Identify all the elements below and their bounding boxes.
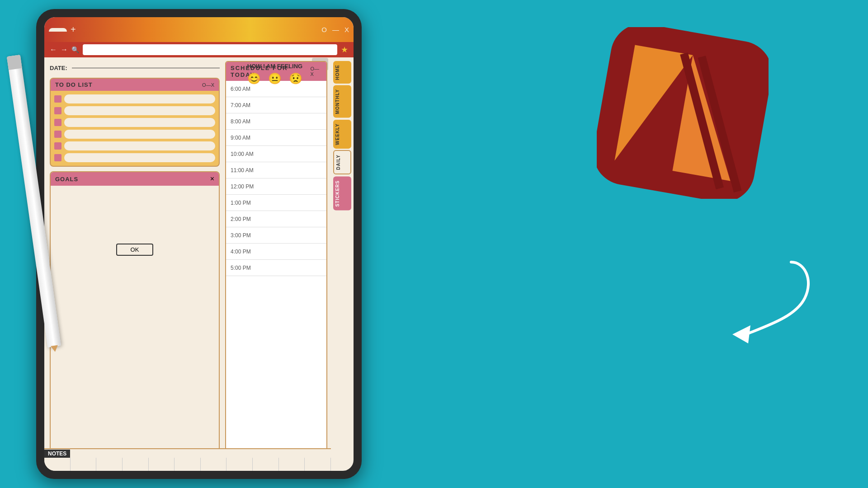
left-panel: DATE: HOW I AM FEELING 😊 😐 😟 TO DO LIST <box>44 57 225 470</box>
time-slot-500pm[interactable]: 5:00 PM <box>226 260 326 276</box>
time-label-1200pm: 12:00 PM <box>231 183 262 190</box>
goals-content[interactable] <box>51 186 219 240</box>
sidebar-weekly-button[interactable]: WEEKLY <box>333 120 351 149</box>
todo-item <box>54 130 215 139</box>
back-button[interactable]: ← <box>50 46 57 54</box>
time-label-200pm: 2:00 PM <box>231 216 262 222</box>
todo-line-4[interactable] <box>64 130 215 139</box>
time-label-600am: 6:00 AM <box>231 86 262 92</box>
sidebar-daily-button[interactable]: DAILY <box>333 150 351 174</box>
notes-label: NOTES <box>44 450 70 458</box>
close-button[interactable]: X <box>344 26 349 33</box>
time-label-500pm: 5:00 PM <box>231 265 262 271</box>
goals-widget: GOALS × OK <box>50 171 220 465</box>
time-slot-1200pm[interactable]: 12:00 PM <box>226 178 326 195</box>
todo-line-5[interactable] <box>64 141 215 150</box>
time-slot-200pm[interactable]: 2:00 PM <box>226 211 326 227</box>
schedule-panel: SCHEDULE FOR TODAY O—X 6:00 AM 7:00 AM 8… <box>225 57 331 470</box>
tablet-screen: + O — X ← → 🔍 ★ ∧ DATE: <box>44 17 354 471</box>
right-sidebar: HOME MONTHLY WEEKLY DAILY STICKERS <box>331 57 354 470</box>
sidebar-monthly-button[interactable]: MONTHLY <box>333 85 351 118</box>
feelings-title: HOW I AM FEELING <box>216 63 225 70</box>
time-label-400pm: 4:00 PM <box>231 249 262 255</box>
todo-item <box>54 118 215 127</box>
time-label-1100am: 11:00 AM <box>231 167 262 174</box>
todo-line-3[interactable] <box>64 118 215 127</box>
todo-line-6[interactable] <box>64 153 215 162</box>
time-label-1000am: 10:00 AM <box>231 151 262 157</box>
todo-line-1[interactable] <box>64 94 215 103</box>
app-icon <box>597 27 769 199</box>
todo-checkbox-2[interactable] <box>54 107 61 114</box>
todo-item <box>54 106 215 115</box>
schedule-time-slots: 6:00 AM 7:00 AM 8:00 AM 9:00 AM 10:00 AM… <box>226 81 326 276</box>
time-label-800am: 8:00 AM <box>231 118 262 125</box>
todo-checkbox-6[interactable] <box>54 154 61 161</box>
time-slot-700am[interactable]: 7:00 AM <box>226 97 326 113</box>
todo-item <box>54 141 215 150</box>
todo-line-2[interactable] <box>64 106 215 115</box>
goals-close-button[interactable]: × <box>210 175 214 183</box>
todo-item <box>54 153 215 162</box>
arrow-graphic <box>678 253 814 352</box>
todo-list <box>51 91 219 166</box>
time-slot-1000am[interactable]: 10:00 AM <box>226 146 326 162</box>
maximize-button[interactable]: — <box>332 26 339 33</box>
todo-checkbox-4[interactable] <box>54 131 61 138</box>
time-slot-900am[interactable]: 9:00 AM <box>226 130 326 146</box>
goals-header: GOALS × <box>51 172 219 186</box>
address-bar[interactable] <box>83 44 337 55</box>
goals-title: GOALS <box>55 176 78 183</box>
todo-title: TO DO LIST <box>55 81 93 88</box>
search-icon: 🔍 <box>71 46 79 53</box>
time-slot-800am[interactable]: 8:00 AM <box>226 113 326 130</box>
time-label-100pm: 1:00 PM <box>231 200 262 206</box>
time-slot-1100am[interactable]: 11:00 AM <box>226 162 326 178</box>
time-label-900am: 9:00 AM <box>231 135 262 141</box>
time-slot-400pm[interactable]: 4:00 PM <box>226 244 326 260</box>
app-icon-container <box>597 27 778 208</box>
todo-item <box>54 94 215 103</box>
todo-controls: O—X <box>202 82 214 88</box>
bookmark-icon[interactable]: ★ <box>341 45 348 55</box>
notes-section: NOTES <box>44 448 331 471</box>
svg-marker-5 <box>732 325 750 343</box>
emoji-row: 😊 😐 😟 <box>216 72 225 85</box>
time-slot-100pm[interactable]: 1:00 PM <box>226 195 326 211</box>
date-section: DATE: <box>50 63 220 73</box>
todo-header: TO DO LIST O—X <box>51 79 219 91</box>
add-tab-button[interactable]: + <box>71 24 76 35</box>
date-input-line[interactable] <box>72 68 220 68</box>
time-slot-300pm[interactable]: 3:00 PM <box>226 227 326 244</box>
browser-tab-bar: + O — X <box>44 17 354 42</box>
pencil-top <box>7 55 22 70</box>
feelings-section: HOW I AM FEELING 😊 😐 😟 <box>216 63 225 85</box>
todo-checkbox-1[interactable] <box>54 95 61 103</box>
todo-checkbox-3[interactable] <box>54 119 61 126</box>
sidebar-home-button[interactable]: HOME <box>333 61 351 84</box>
goals-ok-button[interactable]: OK <box>116 244 154 256</box>
tablet: + O — X ← → 🔍 ★ ∧ DATE: <box>36 9 362 479</box>
schedule-widget: SCHEDULE FOR TODAY O—X 6:00 AM 7:00 AM 8… <box>225 61 327 467</box>
main-content-area: DATE: HOW I AM FEELING 😊 😐 😟 TO DO LIST <box>44 57 354 470</box>
todo-checkbox-5[interactable] <box>54 142 61 150</box>
minimize-button[interactable]: O <box>321 26 327 33</box>
notes-grid[interactable] <box>44 458 331 471</box>
time-label-300pm: 3:00 PM <box>231 232 262 239</box>
date-label: DATE: <box>50 65 67 71</box>
sidebar-stickers-button[interactable]: STICKERS <box>333 177 351 211</box>
forward-button[interactable]: → <box>61 46 68 54</box>
todo-widget: TO DO LIST O—X <box>50 78 220 167</box>
time-label-700am: 7:00 AM <box>231 102 262 108</box>
browser-tab[interactable] <box>49 28 67 32</box>
